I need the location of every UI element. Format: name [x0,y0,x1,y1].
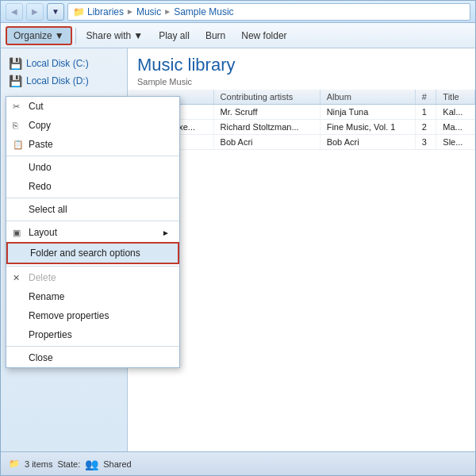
shared-label: Shared [103,459,131,469]
disk-icon-d: 💾 [9,75,22,87]
menu-separator [6,346,179,347]
menu-item-cut[interactable]: ✂Cut [6,97,179,116]
menu-item-properties[interactable]: Properties [6,325,179,344]
new-folder-label: New folder [241,30,286,41]
disk-icon-c: 💾 [9,57,22,70]
dropdown-button[interactable]: ▼ [47,3,64,21]
layout-icon: ▣ [13,228,21,238]
cell-title: Kal... [436,105,475,120]
toolbar: Organize ▼ Share with ▼ Play all Burn Ne… [1,23,475,48]
cut-icon: ✂ [13,102,20,112]
share-with-label: Share with [86,30,132,41]
cell-num: 1 [415,105,436,120]
address-bar: ◀ ▶ ▼ 📁 Libraries ► Music ► Sample Music [1,1,475,23]
menu-label-layout: Layout [29,227,57,238]
menu-separator [6,221,179,221]
cell-album: Bob Acri [320,135,415,150]
cell-artist: Richard Stoltzman... [213,120,320,135]
sidebar-label-local-c: Local Disk (C:) [26,58,89,69]
play-all-button[interactable]: Play all [152,27,197,44]
menu-label-paste: Paste [29,139,53,150]
sidebar-item-local-d[interactable]: 💾 Local Disk (D:) [4,72,124,90]
status-bar: 📁 3 items State: 👥 Shared [1,451,475,475]
menu-label-delete: Delete [29,272,56,283]
cell-album: Fine Music, Vol. 1 [320,120,415,135]
item-count: 3 items [25,459,52,469]
forward-button[interactable]: ▶ [26,3,44,21]
cell-album: Ninja Tuna [320,105,415,120]
cell-num: 2 [415,120,436,135]
breadcrumb-sample-music[interactable]: Sample Music [174,6,233,17]
sep2: ► [163,7,171,16]
sep1: ► [126,7,134,16]
cell-num: 3 [415,135,436,150]
organize-arrow: ▼ [55,30,64,41]
sidebar-item-local-c[interactable]: 💾 Local Disk (C:) [4,55,124,72]
menu-label-remove_props: Remove properties [29,310,109,321]
menu-item-paste[interactable]: 📋Paste [6,135,179,154]
menu-item-remove_props[interactable]: Remove properties [6,306,179,325]
copy-icon: ⎘ [13,121,18,130]
menu-label-redo: Redo [29,181,52,192]
menu-item-copy[interactable]: ⎘Copy [6,116,179,135]
shared-icon: 👥 [85,458,98,470]
breadcrumb[interactable]: 📁 Libraries ► Music ► Sample Music [67,3,470,21]
organize-button[interactable]: Organize ▼ [6,26,72,45]
library-sub: Sample Music [128,77,475,90]
menu-label-properties: Properties [29,329,72,340]
menu-item-redo[interactable]: Redo [6,177,179,196]
menu-label-cut: Cut [29,101,44,112]
menu-label-copy: Copy [29,120,51,131]
cell-artist: Bob Acri [213,135,320,150]
sidebar-label-local-d: Local Disk (D:) [26,75,89,86]
col-album: Album [320,90,415,105]
new-folder-button[interactable]: New folder [234,27,294,44]
menu-item-rename[interactable]: Rename [6,287,179,306]
menu-item-select_all[interactable]: Select all [6,200,179,219]
menu-separator [6,198,179,198]
paste-icon: 📋 [13,140,24,150]
menu-item-folder_options[interactable]: Folder and search options [6,242,179,264]
menu-item-layout[interactable]: ▣Layout► [6,223,179,242]
main-area: 💾 Local Disk (C:) 💾 Local Disk (D:) 🌐 Ne… [1,48,475,451]
folder-icon: 📁 [73,6,85,17]
cell-artist: Mr. Scruff [213,105,320,120]
menu-label-folder_options: Folder and search options [30,248,140,259]
menu-label-undo: Undo [29,162,52,173]
organize-dropdown: ✂Cut⎘Copy📋PasteUndoRedoSelect all▣Layout… [6,96,180,368]
state-label: State: [57,459,80,469]
menu-label-close: Close [29,352,53,363]
share-arrow: ▼ [133,30,143,41]
library-header: Music library [128,48,475,77]
back-button[interactable]: ◀ [6,3,23,21]
col-artists: Contributing artists [213,90,320,105]
cell-title: Ma... [436,120,475,135]
menu-item-close[interactable]: Close [6,348,179,367]
cell-title: Sle... [436,135,475,150]
menu-separator [6,266,179,267]
menu-item-delete: ✕Delete [6,268,179,287]
burn-button[interactable]: Burn [198,27,232,44]
folder-status-icon: 📁 [9,459,20,469]
menu-label-rename: Rename [29,291,64,302]
organize-label: Organize [13,30,52,41]
menu-separator [6,155,179,156]
burn-label: Burn [205,30,225,41]
explorer-window: ◀ ▶ ▼ 📁 Libraries ► Music ► Sample Music… [0,0,476,476]
submenu-arrow: ► [162,228,170,237]
toolbar-separator-1 [75,28,76,44]
play-all-label: Play all [159,30,190,41]
share-with-button[interactable]: Share with ▼ [79,27,151,44]
menu-label-select_all: Select all [29,204,67,215]
col-num: # [415,90,436,105]
breadcrumb-music[interactable]: Music [136,6,161,17]
col-title: Title [436,90,475,105]
delete-icon: ✕ [13,273,20,283]
menu-item-undo[interactable]: Undo [6,158,179,177]
breadcrumb-libraries[interactable]: Libraries [87,6,124,17]
